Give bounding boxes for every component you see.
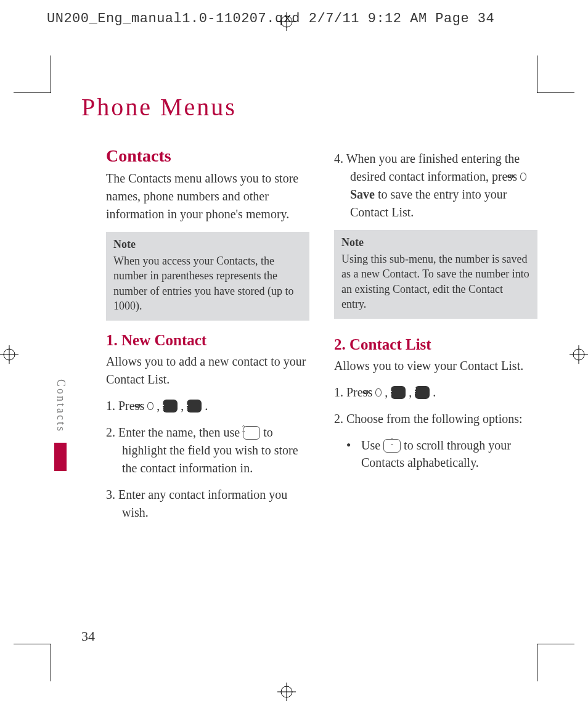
one-key-icon: 1R bbox=[163, 400, 178, 413]
registration-mark-icon bbox=[570, 345, 588, 364]
ok-key-icon: OK bbox=[375, 388, 382, 396]
step-item: Enter any contact information you wish. bbox=[106, 486, 309, 522]
note-box: Note When you access your Contacts, the … bbox=[106, 232, 309, 321]
save-label: Save bbox=[350, 187, 375, 201]
intro-paragraph: The Contacts menu allows you to store na… bbox=[106, 170, 309, 223]
section-heading-contact-list: 2. Contact List bbox=[334, 336, 537, 353]
step-text: When you are finished entering the desir… bbox=[346, 152, 520, 183]
step-text: Press bbox=[346, 385, 375, 399]
ok-key-icon: OK bbox=[147, 402, 153, 410]
section-heading-new-contact: 1. New Contact bbox=[106, 332, 309, 349]
note-body: When you access your Contacts, the numbe… bbox=[113, 253, 302, 313]
note-title: Note bbox=[341, 236, 530, 249]
registration-mark-icon bbox=[0, 345, 18, 364]
page-number: 34 bbox=[81, 628, 95, 644]
period: . bbox=[430, 385, 436, 399]
one-key-icon: 1R bbox=[187, 400, 202, 413]
step-item: When you are finished entering the desir… bbox=[334, 150, 537, 221]
steps-list-cont: When you are finished entering the desir… bbox=[334, 150, 537, 221]
note-box: Note Using this sub-menu, the number is … bbox=[334, 230, 537, 319]
bullet-text: Use bbox=[361, 438, 383, 452]
crop-mark-icon bbox=[14, 55, 51, 93]
registration-mark-icon bbox=[277, 683, 296, 701]
steps-list: Press OK , 1R , 2T . Choose from the fol… bbox=[334, 384, 537, 428]
print-slug: UN200_Eng_manual1.0-110207.qxd 2/7/11 9:… bbox=[47, 11, 494, 27]
section-desc: Allows you to add a new contact to your … bbox=[106, 353, 309, 388]
left-column: Contacts The Contacts menu allows you to… bbox=[106, 146, 309, 530]
period: . bbox=[202, 399, 208, 413]
step-item: Choose from the following options: bbox=[334, 410, 537, 428]
nav-key-icon bbox=[383, 439, 401, 453]
crop-mark-icon bbox=[537, 644, 574, 681]
step-item: Enter the name, then use to highlight th… bbox=[106, 424, 309, 477]
section-heading-contacts: Contacts bbox=[106, 146, 309, 166]
step-text: Press bbox=[118, 399, 147, 413]
crop-mark-icon bbox=[14, 644, 51, 681]
step-item: Press OK , 1R , 2T . bbox=[334, 384, 537, 401]
section-desc: Allows you to view your Contact List. bbox=[334, 357, 537, 375]
note-title: Note bbox=[113, 238, 302, 251]
one-key-icon: 1R bbox=[391, 386, 406, 399]
step-item: Press OK , 1R , 1R . bbox=[106, 397, 309, 415]
note-body: Using this sub-menu, the number is saved… bbox=[341, 252, 530, 311]
steps-list: Press OK , 1R , 1R . Enter the name, the… bbox=[106, 397, 309, 522]
nav-key-icon bbox=[243, 426, 260, 440]
crop-mark-icon bbox=[537, 55, 574, 93]
page-frame: Phone Menus Contacts The Contacts menu a… bbox=[51, 92, 537, 530]
registration-mark-icon bbox=[277, 12, 296, 31]
right-column: When you are finished entering the desir… bbox=[334, 146, 537, 530]
two-key-icon: 2T bbox=[415, 386, 430, 399]
page-title: Phone Menus bbox=[81, 92, 537, 121]
bullet-item: Use to scroll through your Contacts alph… bbox=[346, 437, 537, 471]
step-text: Enter the name, then use bbox=[118, 425, 243, 439]
ok-key-icon: OK bbox=[520, 173, 526, 181]
bullet-list: Use to scroll through your Contacts alph… bbox=[346, 437, 537, 471]
